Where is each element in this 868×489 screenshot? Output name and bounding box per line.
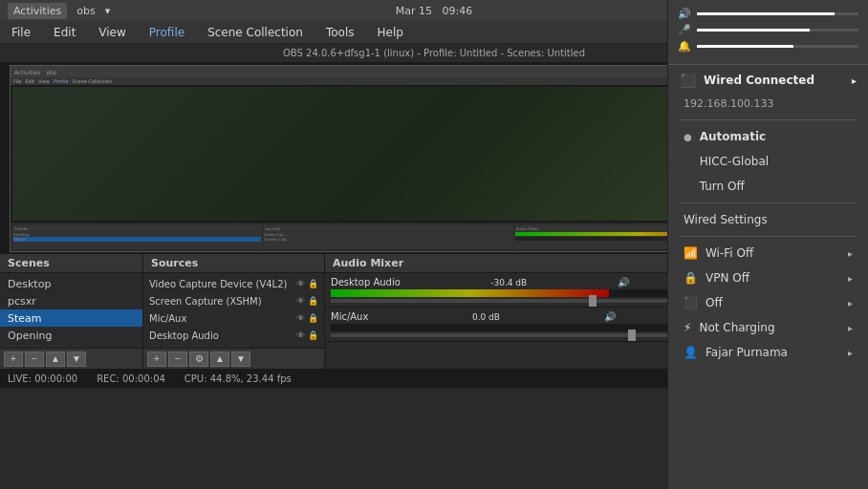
- date-display: Mar 15: [396, 5, 432, 17]
- source-item-desktop-audio[interactable]: Desktop Audio 👁 🔒: [143, 327, 324, 344]
- source-icons-desktop: 👁 🔒: [296, 330, 318, 340]
- dropdown-icon[interactable]: ▾: [105, 5, 111, 17]
- rec-status: REC: 00:00:04: [97, 373, 165, 384]
- vpn-arrow: ▸: [848, 273, 853, 284]
- source-item-mic[interactable]: Mic/Aux 👁 🔒: [143, 309, 324, 327]
- source-item-vcap[interactable]: Video Capture Device (V4L2) 👁 🔒: [143, 275, 324, 292]
- audio-ch-level-desktop: -30.4 dB: [490, 278, 527, 287]
- system-volume-row: 🔔: [678, 40, 858, 53]
- scenes-footer: + − ▲ ▼: [0, 348, 142, 369]
- menu-tools[interactable]: Tools: [322, 24, 358, 41]
- wired-settings-item[interactable]: Wired Settings: [668, 207, 868, 232]
- separator-3: [680, 236, 857, 237]
- audio-ch-level-mic: 0.0 dB: [472, 312, 500, 322]
- scenes-list: Desktop pcsxr Steam Opening Social Media…: [0, 273, 142, 348]
- window-title: OBS 24.0.6+dfsg1-1 (linux) - Profile: Un…: [283, 48, 585, 58]
- separator-1: [680, 119, 857, 120]
- hicc-global-label: HICC-Global: [700, 155, 769, 168]
- source-remove-btn[interactable]: −: [168, 351, 187, 367]
- audio-fader-thumb-desktop[interactable]: [589, 295, 597, 307]
- audio-fader-thumb-mic[interactable]: [628, 330, 636, 341]
- top-bar-left: Activities obs ▾: [8, 3, 110, 19]
- source-settings-btn[interactable]: ⚙: [189, 351, 208, 367]
- battery-arrow: ▸: [848, 323, 853, 333]
- audio-ch-name-desktop: Desktop Audio: [331, 277, 401, 287]
- scenes-panel: Scenes Desktop pcsxr Steam Opening Socia…: [0, 254, 143, 369]
- wifi-off-item[interactable]: 📶 Wi-Fi Off ▸: [668, 241, 868, 266]
- scene-up-btn[interactable]: ▲: [46, 351, 65, 367]
- audio-mic-mute-btn[interactable]: 🔊: [604, 311, 616, 322]
- mini-obs-label: obs: [46, 69, 56, 75]
- source-icons-mic: 👁 🔒: [296, 313, 318, 323]
- time-display: 09:46: [443, 5, 473, 17]
- audio-meter-fill-desktop: [331, 289, 609, 297]
- obs-main-window: File Edit View Profile Scene Collection …: [0, 21, 868, 489]
- vpn-off-item[interactable]: 🔒 VPN Off ▸: [668, 266, 868, 290]
- user-arrow: ▸: [848, 348, 853, 358]
- vpn-icon: 🔒: [684, 271, 698, 285]
- not-charging-label: Not Charging: [699, 321, 774, 334]
- user-icon: 👤: [684, 346, 698, 359]
- activities-button[interactable]: Activities: [8, 3, 67, 19]
- wired-connected-label: Wired Connected: [704, 74, 814, 87]
- live-status: LIVE: 00:00:00: [8, 373, 77, 384]
- scene-remove-btn[interactable]: −: [25, 351, 44, 367]
- source-up-btn[interactable]: ▲: [210, 351, 229, 367]
- sources-header: Sources: [143, 254, 324, 273]
- app-layout: Activities obs ▾ Mar 15 09:46 🔊 ⬛ 🔒 File…: [0, 0, 868, 489]
- audio-label: Audio Mixer: [333, 257, 403, 269]
- menu-help[interactable]: Help: [373, 24, 406, 41]
- vpn-off-label: VPN Off: [705, 271, 749, 285]
- menu-scene-collection[interactable]: Scene Collection: [204, 24, 307, 41]
- source-item-screen[interactable]: Screen Capture (XSHM) 👁 🔒: [143, 292, 324, 309]
- sources-panel: Sources Video Capture Device (V4L2) 👁 🔒 …: [143, 254, 325, 369]
- menu-file[interactable]: File: [8, 24, 34, 41]
- wifi-off-label: Wi-Fi Off: [705, 246, 753, 260]
- scenes-label: Scenes: [8, 257, 50, 269]
- sources-footer: + − ⚙ ▲ ▼: [143, 348, 324, 369]
- cpu-status: CPU: 44.8%, 23.44 fps: [184, 373, 292, 384]
- scene-down-btn[interactable]: ▼: [67, 351, 86, 367]
- scene-item-desktop[interactable]: Desktop: [0, 275, 142, 292]
- source-icons-vcap: 👁 🔒: [296, 279, 318, 288]
- menu-profile[interactable]: Profile: [145, 24, 188, 41]
- source-down-btn[interactable]: ▼: [231, 351, 250, 367]
- user-item[interactable]: 👤 Fajar Purnama ▸: [668, 340, 868, 365]
- automatic-label: Automatic: [700, 130, 766, 143]
- ip-address-item: 192.168.100.133: [668, 92, 868, 116]
- system-volume-slider[interactable]: [697, 45, 858, 48]
- bt-arrow: ▸: [848, 298, 853, 308]
- automatic-check: ●: [684, 132, 692, 142]
- network-section: ⬛ Wired Connected ▸ 192.168.100.133 ● Au…: [668, 65, 868, 489]
- network-dropdown-panel: 🔊 🎤 🔔: [667, 21, 868, 489]
- scene-item-opening[interactable]: Opening: [0, 327, 142, 344]
- turn-off-item[interactable]: ● Turn Off: [668, 174, 868, 199]
- automatic-item[interactable]: ● Automatic: [668, 124, 868, 149]
- wired-connected-header: ⬛ Wired Connected ▸: [668, 65, 868, 92]
- mic-volume-icon: 🎤: [678, 24, 691, 36]
- audio-ch-name-mic: Mic/Aux: [331, 311, 368, 322]
- wifi-icon: 📶: [684, 246, 698, 260]
- hicc-global-item[interactable]: ● HICC-Global: [668, 149, 868, 174]
- menu-edit[interactable]: Edit: [50, 24, 79, 41]
- off-label: Off: [705, 296, 723, 309]
- ip-address: 192.168.100.133: [684, 97, 773, 110]
- menu-view[interactable]: View: [95, 24, 129, 41]
- bt-off-item[interactable]: ⬛ Off ▸: [668, 290, 868, 315]
- mic-volume-slider[interactable]: [697, 29, 858, 32]
- scenes-header: Scenes: [0, 254, 142, 273]
- battery-item[interactable]: ⚡ Not Charging ▸: [668, 315, 868, 340]
- scene-add-btn[interactable]: +: [4, 351, 23, 367]
- scene-item-pcsxr[interactable]: pcsxr: [0, 292, 142, 309]
- scene-item-steam[interactable]: Steam: [0, 309, 142, 327]
- source-icons-screen: 👁 🔒: [296, 296, 318, 306]
- source-add-btn[interactable]: +: [147, 351, 166, 367]
- wifi-arrow: ▸: [848, 248, 853, 259]
- separator-2: [680, 202, 857, 203]
- audio-ch-mute-btn[interactable]: 🔊: [618, 277, 629, 287]
- mic-volume-row: 🎤: [678, 24, 858, 36]
- mini-activities: Activities: [14, 69, 40, 75]
- wired-icon: ⬛: [680, 73, 696, 88]
- wired-chevron: ▸: [852, 75, 857, 86]
- system-volume-icon: 🔔: [678, 40, 691, 53]
